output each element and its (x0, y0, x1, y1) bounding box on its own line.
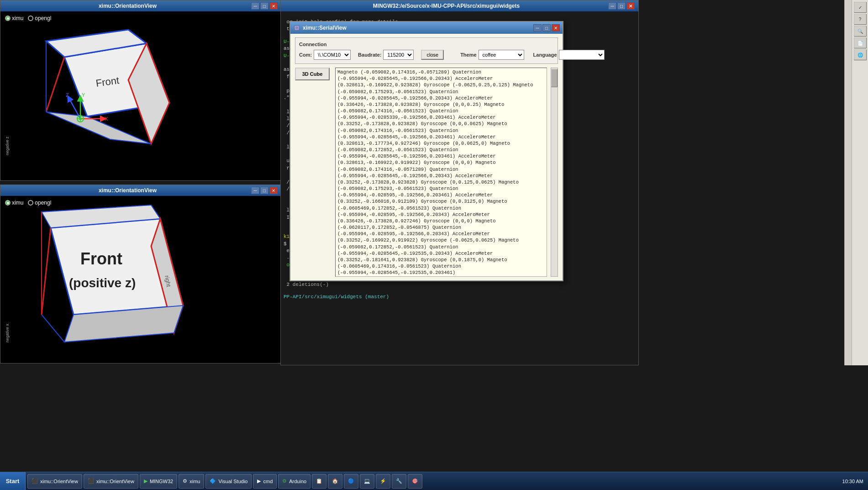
com-select[interactable]: \\.\COM10 (314, 50, 351, 60)
orientation-view-2: ximu::OrientationView ─ □ ✕ ximu opengl (0, 184, 282, 364)
svg-text:(positive z): (positive z) (69, 276, 136, 290)
orient-close-1[interactable]: ✕ (269, 2, 278, 10)
theme-field: Theme coffeedefaultdark (460, 50, 524, 60)
radio-group-1: ximu opengl (5, 15, 51, 21)
orientation-view-1: ximu::OrientationView ─ □ ✕ ximu opengl (0, 0, 282, 181)
svg-line-3 (46, 57, 64, 112)
language-select[interactable] (559, 50, 605, 60)
taskbar-clock: 10:30 AM (838, 479, 868, 484)
data-log[interactable]: Magneto (-0.059082,0.174316,-0.0571289) … (335, 68, 547, 277)
close-connection-button[interactable]: close (421, 50, 444, 60)
right-side-panel: ✓ ? 🔍 📄 🌐 (852, 0, 868, 365)
taskbar-icon-2: ⬛ (88, 478, 94, 484)
orient-maximize-2[interactable]: □ (260, 187, 268, 194)
baudrate-label: Baudrate: (358, 52, 381, 58)
scrollbar-right[interactable] (551, 68, 558, 277)
side-label-2: negative x (5, 324, 10, 342)
taskbar-item-3[interactable]: ▶ MINGW32 (140, 474, 177, 489)
taskbar-item-8[interactable]: 📋 (312, 474, 326, 489)
connection-row: Com: \\.\COM10 Baudrate: 115200 close Th… (299, 50, 554, 60)
radio-dot-opengl-2 (28, 200, 33, 205)
taskbar-icon-6: ▶ (257, 478, 261, 484)
com-label: Com: (299, 52, 312, 58)
orient-title-1: ximu::OrientationView (4, 3, 251, 9)
panel-btn-1[interactable]: ✓ (854, 2, 867, 13)
terminal-maximize[interactable]: □ (617, 2, 626, 10)
orient-title-2: ximu::OrientationView (4, 187, 251, 194)
dialog-icon (293, 24, 300, 32)
taskbar-icon-7: ⚙ (282, 478, 287, 484)
taskbar-label-3: MINGW32 (150, 479, 173, 484)
orient-controls-1: ─ □ ✕ (251, 2, 278, 10)
orient-close-2[interactable]: ✕ (269, 187, 278, 194)
taskbar-item-4[interactable]: ⚙ ximu (179, 474, 204, 489)
taskbar-items: ⬛ ximu::OrientView ⬛ ximu::OrientView ▶ … (26, 472, 838, 490)
scroll-track[interactable] (845, 0, 852, 365)
scroll-area[interactable] (844, 0, 852, 365)
taskbar-item-9[interactable]: 🏠 (328, 474, 342, 489)
radio-ximu-1[interactable]: ximu (5, 15, 23, 21)
radio-dot-ximu-2 (5, 200, 11, 205)
taskbar-item-2[interactable]: ⬛ ximu::OrientView (84, 474, 138, 489)
clock-time: 10:30 AM (842, 479, 863, 484)
svg-text:Z: Z (66, 92, 69, 98)
taskbar: Start ⬛ ximu::OrientView ⬛ ximu::OrientV… (0, 472, 868, 490)
taskbar-icon-1: ⬛ (32, 478, 38, 484)
cube-button-area: 3D Cube (295, 68, 331, 277)
radio-label-ximu-2: ximu (12, 200, 23, 206)
taskbar-icon-4: ⚙ (183, 478, 187, 484)
taskbar-item-11[interactable]: 💻 (360, 474, 374, 489)
theme-label: Theme (460, 52, 476, 58)
cube-data-row: 3D Cube Magneto (-0.059082,0.174316,-0.0… (295, 68, 558, 277)
terminal-minimize[interactable]: ─ (608, 2, 616, 10)
taskbar-item-12[interactable]: ⚡ (376, 474, 390, 489)
radio-opengl-2[interactable]: opengl (28, 200, 51, 206)
radio-label-ximu-1: ximu (12, 15, 23, 21)
svg-text:Y: Y (82, 92, 85, 98)
svg-text:X: X (105, 116, 108, 121)
taskbar-item-5[interactable]: 🔷 Visual Studio (205, 474, 252, 489)
panel-btn-3[interactable]: 🔍 (854, 26, 867, 37)
theme-section: Theme coffeedefaultdark Language (460, 50, 604, 60)
panel-btn-2[interactable]: ? (854, 14, 867, 25)
taskbar-icon-3: ▶ (144, 478, 147, 484)
dialog-body: Connection Com: \\.\COM10 Baudrate: 1152… (290, 34, 563, 280)
scrollbar-thumb[interactable] (551, 69, 558, 87)
radio-dot-ximu-1 (5, 16, 11, 21)
dialog-minimize[interactable]: ─ (533, 24, 542, 32)
taskbar-icon-10: 🔵 (348, 478, 354, 484)
orient-titlebar-1: ximu::OrientationView ─ □ ✕ (0, 0, 281, 11)
taskbar-icon-11: 💻 (364, 478, 370, 484)
orient-minimize-2[interactable]: ─ (251, 187, 259, 194)
terminal-controls: ─ □ ✕ (608, 2, 635, 10)
terminal-close[interactable]: ✕ (626, 2, 635, 10)
radio-opengl-1[interactable]: opengl (28, 15, 51, 21)
taskbar-label-2: ximu::OrientView (96, 479, 134, 484)
dialog-close[interactable]: ✕ (552, 24, 560, 32)
dialog-maximize[interactable]: □ (542, 24, 551, 32)
taskbar-item-14[interactable]: 🎯 (408, 474, 422, 489)
taskbar-item-1[interactable]: ⬛ ximu::OrientView (27, 474, 82, 489)
orient-minimize-1[interactable]: ─ (251, 2, 259, 10)
term-line-path: PP-API/src/ximugui/widgets (master) (284, 294, 389, 300)
panel-btn-5[interactable]: 🌐 (854, 49, 867, 60)
taskbar-label-4: ximu (189, 479, 200, 484)
taskbar-item-10[interactable]: 🔵 (344, 474, 358, 489)
svg-marker-5 (46, 112, 151, 144)
theme-select[interactable]: coffeedefaultdark (479, 50, 524, 60)
panel-btn-4[interactable]: 📄 (854, 37, 867, 48)
orient-canvas-1: ximu opengl Front (0, 11, 281, 180)
baudrate-select[interactable]: 115200 (383, 50, 414, 60)
cube-3d-button[interactable]: 3D Cube (295, 68, 330, 80)
taskbar-item-7[interactable]: ⚙ Arduino (278, 474, 310, 489)
taskbar-item-13[interactable]: 🔧 (392, 474, 406, 489)
svg-line-21 (42, 228, 51, 315)
taskbar-label-6: cmd (263, 479, 273, 484)
start-button[interactable]: Start (0, 472, 26, 490)
com-field: Com: \\.\COM10 (299, 50, 351, 60)
cube-svg-1: Front Z Y X (10, 21, 192, 171)
orient-maximize-1[interactable]: □ (260, 2, 268, 10)
connection-section: Connection Com: \\.\COM10 Baudrate: 1152… (295, 37, 558, 64)
radio-ximu-2[interactable]: ximu (5, 200, 23, 206)
taskbar-item-6[interactable]: ▶ cmd (253, 474, 277, 489)
